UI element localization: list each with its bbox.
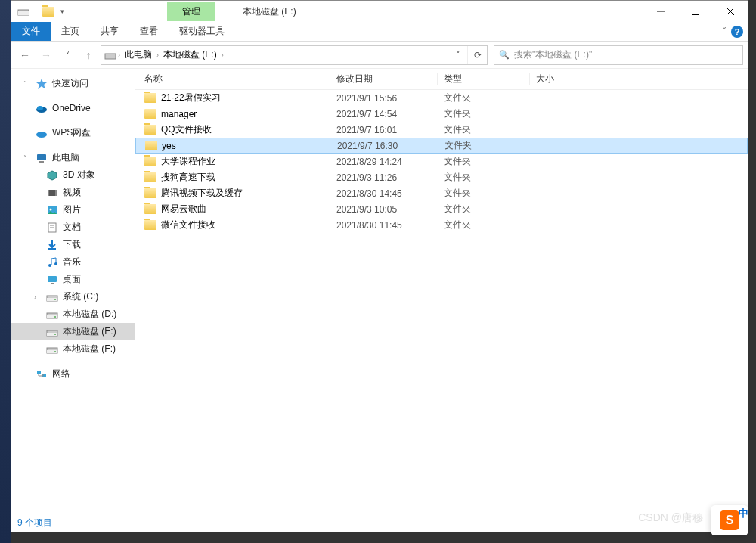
file-row[interactable]: 腾讯视频下载及缓存2021/8/30 14:45文件夹 <box>135 185 748 201</box>
tree-item[interactable]: ˅快速访问 <box>11 75 135 92</box>
search-input[interactable]: 🔍 搜索"本地磁盘 (E:)" <box>494 45 743 65</box>
tree-label: 视频 <box>63 186 81 199</box>
tree-item[interactable]: ›系统 (C:) <box>11 288 135 306</box>
svg-point-22 <box>48 264 51 267</box>
folder-icon <box>144 109 156 119</box>
star-icon <box>36 78 48 90</box>
file-date: 2021/8/29 14:24 <box>330 157 438 167</box>
folder-icon <box>144 204 156 214</box>
chevron-right-icon[interactable]: › <box>156 51 159 59</box>
folder-icon <box>144 93 156 103</box>
tab-file[interactable]: 文件 <box>11 22 51 41</box>
drive-icon <box>104 49 116 61</box>
svg-point-31 <box>54 316 56 318</box>
file-date: 2021/9/7 16:30 <box>331 141 438 151</box>
tree-item[interactable]: 本地磁盘 (F:) <box>11 340 135 358</box>
tree-label: 文档 <box>63 221 81 234</box>
svg-point-34 <box>54 334 56 335</box>
forward-button[interactable]: → <box>37 46 55 64</box>
tree-item[interactable]: 3D 对象 <box>11 166 135 184</box>
ime-badge[interactable]: S 中 <box>711 505 748 535</box>
file-type: 文件夹 <box>438 107 530 120</box>
tree-label: 本地磁盘 (D:) <box>63 308 116 321</box>
back-button[interactable]: ← <box>16 46 34 64</box>
file-list[interactable]: 21-22暑假实习2021/9/1 15:56文件夹manager2021/9/… <box>135 90 748 514</box>
tab-drive-tools[interactable]: 驱动器工具 <box>169 22 235 41</box>
tree-item[interactable]: 桌面 <box>11 271 135 288</box>
svg-point-10 <box>36 132 47 138</box>
tree-label: 3D 对象 <box>63 169 95 182</box>
search-placeholder: 搜索"本地磁盘 (E:)" <box>514 48 592 61</box>
folder-icon <box>144 188 156 198</box>
address-dropdown[interactable]: ˅ <box>448 46 467 64</box>
file-date: 2021/9/3 10:05 <box>330 204 438 215</box>
help-icon[interactable]: ? <box>731 26 743 38</box>
tree-item[interactable]: 音乐 <box>11 253 135 271</box>
file-row[interactable]: 大学课程作业2021/8/29 14:24文件夹 <box>135 154 748 169</box>
maximize-button[interactable] <box>678 1 713 22</box>
tree-item[interactable]: WPS网盘 <box>11 124 135 141</box>
tree-label: 此电脑 <box>52 151 79 164</box>
file-name: 网易云歌曲 <box>161 203 206 216</box>
file-type: 文件夹 <box>438 92 530 104</box>
svg-point-9 <box>37 106 43 110</box>
close-button[interactable] <box>713 1 748 22</box>
ribbon-expand[interactable]: ˅ <box>722 26 727 37</box>
tree-item[interactable]: OneDrive <box>11 100 135 116</box>
folder-icon <box>145 141 157 150</box>
tree-item[interactable]: 网络 <box>11 365 135 383</box>
recent-locations[interactable]: ˅ <box>58 46 76 64</box>
onedrive-icon <box>36 102 48 114</box>
up-button[interactable]: ↑ <box>79 46 98 64</box>
folder-icon[interactable] <box>42 5 54 17</box>
qat-dropdown[interactable]: ▾ <box>60 8 64 15</box>
file-type: 文件夹 <box>438 219 530 231</box>
crumb-drive-e[interactable]: 本地磁盘 (E:) <box>160 47 220 63</box>
chevron-right-icon[interactable]: › <box>118 51 120 59</box>
tree-item[interactable]: 视频 <box>11 184 135 201</box>
3d-icon <box>46 169 58 182</box>
drive-icon <box>46 309 58 321</box>
tab-view[interactable]: 查看 <box>129 22 169 41</box>
svg-rect-15 <box>55 190 57 196</box>
col-size[interactable]: 大小 <box>530 73 606 85</box>
expand-icon[interactable]: ˅ <box>23 154 31 162</box>
expand-icon[interactable]: › <box>34 293 42 301</box>
file-row[interactable]: yes2021/9/7 16:30文件夹 <box>135 138 748 154</box>
file-row[interactable]: 21-22暑假实习2021/9/1 15:56文件夹 <box>135 90 748 106</box>
tree-item[interactable]: 本地磁盘 (D:) <box>11 306 135 323</box>
tree-label: OneDrive <box>52 103 91 113</box>
navbar: ← → ˅ ↑ › 此电脑 › 本地磁盘 (E:) › ˅ ⟳ 🔍 搜索"本地磁… <box>11 42 748 69</box>
chevron-right-icon[interactable]: › <box>222 51 224 59</box>
address-bar[interactable]: › 此电脑 › 本地磁盘 (E:) › ˅ ⟳ <box>101 45 488 65</box>
tree-item[interactable]: ˅此电脑 <box>11 149 135 166</box>
svg-rect-3 <box>692 8 699 15</box>
crumb-this-pc[interactable]: 此电脑 <box>122 47 155 63</box>
file-row[interactable]: 微信文件接收2021/8/30 11:45文件夹 <box>135 217 748 233</box>
expand-icon[interactable]: ˅ <box>23 80 31 88</box>
contextual-tab-manage[interactable]: 管理 <box>167 2 215 21</box>
tree-item[interactable]: 图片 <box>11 201 135 219</box>
music-icon <box>46 256 58 268</box>
file-name: yes <box>162 141 176 151</box>
tree-item[interactable]: 下载 <box>11 236 135 253</box>
col-name[interactable]: 名称 <box>135 73 330 85</box>
tab-share[interactable]: 共享 <box>90 22 129 41</box>
file-type: 文件夹 <box>438 171 530 184</box>
minimize-button[interactable] <box>643 1 678 22</box>
tree-item[interactable]: 文档 <box>11 219 135 236</box>
tree-item[interactable]: 本地磁盘 (E:) <box>11 323 135 340</box>
navigation-pane[interactable]: ˅快速访问OneDriveWPS网盘˅此电脑3D 对象视频图片文档下载音乐桌面›… <box>11 69 135 514</box>
file-row[interactable]: 网易云歌曲2021/9/3 10:05文件夹 <box>135 201 748 217</box>
ime-lang: 中 <box>739 507 748 520</box>
file-date: 2021/8/30 14:45 <box>330 188 438 199</box>
file-row[interactable]: manager2021/9/7 14:54文件夹 <box>135 106 748 122</box>
file-date: 2021/9/7 14:54 <box>330 109 438 119</box>
col-date[interactable]: 修改日期 <box>330 73 438 85</box>
tab-home[interactable]: 主页 <box>51 22 90 41</box>
col-type[interactable]: 类型 <box>438 73 530 85</box>
tree-label: 快速访问 <box>52 77 88 90</box>
file-row[interactable]: 搜狗高速下载2021/9/3 11:26文件夹 <box>135 169 748 185</box>
file-row[interactable]: QQ文件接收2021/9/7 16:01文件夹 <box>135 122 748 138</box>
refresh-button[interactable]: ⟳ <box>467 46 487 64</box>
